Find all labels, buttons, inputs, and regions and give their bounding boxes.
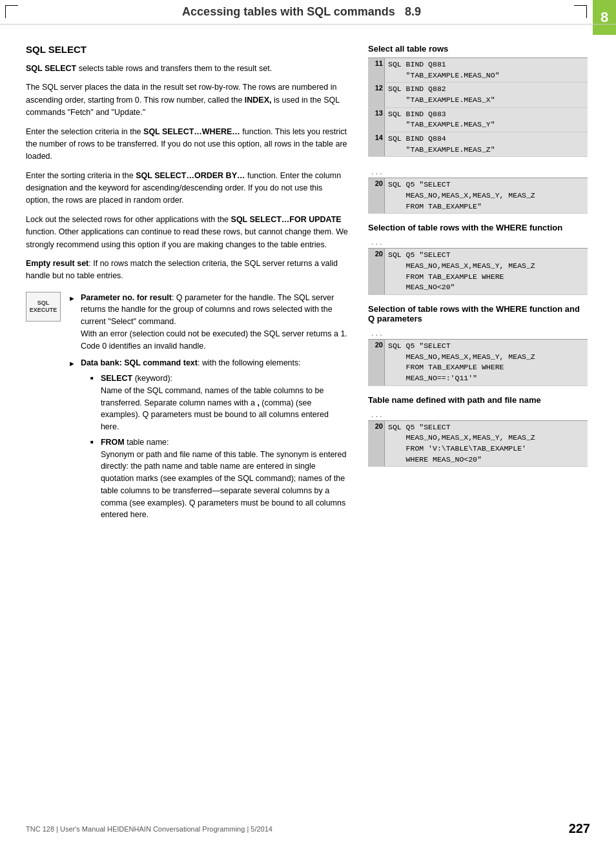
row-code: SQL BIND Q881 "TAB_EXAMPLE.MEAS_NO" <box>385 58 588 82</box>
row-num: 20 <box>368 178 385 213</box>
page-footer: TNC 128 | User's Manual HEIDENHAIN Conve… <box>0 821 616 836</box>
header-title: Accessing tables with SQL commands 8.9 <box>26 5 603 19</box>
rows-group-4: 20 SQL Q5 "SELECT MEAS_NO,MEAS_X,MEAS_Y,… <box>368 420 588 467</box>
row-num: 12 <box>368 83 385 107</box>
paragraph-6: Empty result set: If no rows match the s… <box>26 258 349 283</box>
rows-group-2: 20 SQL Q5 "SELECT MEAS_NO,MEAS_X,MEAS_Y,… <box>368 248 588 295</box>
table-row: 11 SQL BIND Q881 "TAB_EXAMPLE.MEAS_NO" <box>368 57 588 83</box>
right-section-title-1: Select all table rows <box>368 44 588 54</box>
paragraph-4: Enter the sorting criteria in the SQL SE… <box>26 170 349 207</box>
rows-group-1b: 20 SQL Q5 "SELECT MEAS_NO,MEAS_X,MEAS_Y,… <box>368 178 588 214</box>
row-code: SQL BIND Q882 "TAB_EXAMPLE.MEAS_X" <box>385 83 588 107</box>
paragraph-3: Enter the selection criteria in the SQL … <box>26 126 349 163</box>
row-num: 13 <box>368 108 385 132</box>
paragraph-5: Lock out the selected rows for other app… <box>26 214 349 251</box>
bullet-arrow-2: ► <box>68 358 76 524</box>
bullet-item-2: ► Data bank: SQL command text: with the … <box>68 357 349 524</box>
sql-execute-icon: SQL EXECUTE <box>26 292 61 322</box>
row-code: SQL Q5 "SELECT MEAS_NO,MEAS_X,MEAS_Y, ME… <box>385 340 588 385</box>
sub-bullet-sq-2: ■ <box>90 438 96 521</box>
dots-3: . . . <box>368 327 588 339</box>
sub-bullet-select: ■ SELECT (keyword): Name of the SQL comm… <box>90 373 349 433</box>
row-num: 20 <box>368 340 385 385</box>
rows-group-1: 11 SQL BIND Q881 "TAB_EXAMPLE.MEAS_NO" 1… <box>368 57 588 157</box>
dots-1: . . . <box>368 166 588 178</box>
content-area: SQL SELECT SQL SELECT selects table rows… <box>0 25 616 542</box>
right-column: Select all table rows 11 SQL BIND Q881 "… <box>368 44 588 529</box>
table-row: 20 SQL Q5 "SELECT MEAS_NO,MEAS_X,MEAS_Y,… <box>368 248 588 295</box>
row-num: 20 <box>368 249 385 294</box>
row-num: 20 <box>368 421 385 467</box>
row-code: SQL BIND Q884 "TAB_EXAMPLE.MEAS_Z" <box>385 132 588 156</box>
bullet-list: ► Parameter no. for result: Q parameter … <box>68 292 349 530</box>
table-row: 20 SQL Q5 "SELECT MEAS_NO,MEAS_X,MEAS_Y,… <box>368 420 588 467</box>
dots-4: . . . <box>368 409 588 420</box>
right-section-title-3: Selection of table rows with the WHERE f… <box>368 304 588 323</box>
dots-2: . . . <box>368 236 588 248</box>
paragraph-2: The SQL server places the data in the re… <box>26 81 349 119</box>
right-section-title-2: Selection of table rows with the WHERE f… <box>368 223 588 232</box>
right-section-title-4: Table name defined with path and file na… <box>368 395 588 405</box>
table-row: 12 SQL BIND Q882 "TAB_EXAMPLE.MEAS_X" <box>368 83 588 107</box>
row-num: 14 <box>368 132 385 156</box>
section-title: SQL SELECT <box>26 44 349 55</box>
page-container: 8 Accessing tables with SQL commands 8.9… <box>0 0 616 849</box>
bullet-content-2: Data bank: SQL command text: with the fo… <box>81 357 349 524</box>
bullet-content-1: Parameter no. for result: Q parameter fo… <box>81 292 349 353</box>
row-code: SQL Q5 "SELECT MEAS_NO,MEAS_X,MEAS_Y, ME… <box>385 421 588 467</box>
left-column: SQL SELECT SQL SELECT selects table rows… <box>26 44 349 529</box>
bullet-arrow-1: ► <box>68 293 76 353</box>
sub-bullet-from: ■ FROM table name: Synonym or path and f… <box>90 436 349 521</box>
footer-text: TNC 128 | User's Manual HEIDENHAIN Conve… <box>26 825 272 833</box>
page-header: Accessing tables with SQL commands 8.9 <box>0 0 616 25</box>
table-row: 20 SQL Q5 "SELECT MEAS_NO,MEAS_X,MEAS_Y,… <box>368 339 588 386</box>
table-row: 20 SQL Q5 "SELECT MEAS_NO,MEAS_X,MEAS_Y,… <box>368 178 588 214</box>
sub-bullet-content-select: SELECT (keyword): Name of the SQL comman… <box>101 373 349 433</box>
rows-group-3: 20 SQL Q5 "SELECT MEAS_NO,MEAS_X,MEAS_Y,… <box>368 339 588 386</box>
paragraph-1: SQL SELECT selects table rows and transf… <box>26 63 349 75</box>
icon-section: SQL EXECUTE ► Parameter no. for result: … <box>26 292 349 530</box>
table-row: 13 SQL BIND Q883 "TAB_EXAMPLE.MEAS_Y" <box>368 108 588 132</box>
sub-bullet-sq-1: ■ <box>90 374 96 433</box>
row-code: SQL Q5 "SELECT MEAS_NO,MEAS_X,MEAS_Y, ME… <box>385 178 588 213</box>
row-code: SQL Q5 "SELECT MEAS_NO,MEAS_X,MEAS_Y, ME… <box>385 249 588 294</box>
table-row: 14 SQL BIND Q884 "TAB_EXAMPLE.MEAS_Z" <box>368 132 588 157</box>
page-number: 227 <box>569 821 590 836</box>
row-code: SQL BIND Q883 "TAB_EXAMPLE.MEAS_Y" <box>385 108 588 132</box>
row-num: 11 <box>368 58 385 82</box>
bullet-item-1: ► Parameter no. for result: Q parameter … <box>68 292 349 353</box>
sub-bullet-content-from: FROM table name: Synonym or path and fil… <box>101 436 349 521</box>
